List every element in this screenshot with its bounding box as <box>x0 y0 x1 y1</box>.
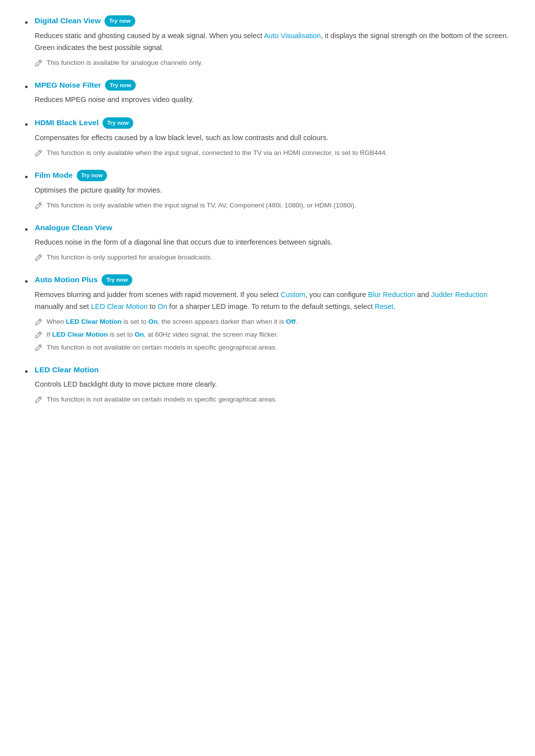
item-title-analogue-clean-view: Analogue Clean View <box>35 222 112 234</box>
item-title-digital-clean-view: Digital Clean View Try now <box>35 15 135 27</box>
pencil-icon <box>35 253 43 261</box>
link-reset[interactable]: Reset <box>374 302 393 310</box>
item-body-analogue-clean-view: Reduces noise in the form of a diagonal … <box>35 237 510 249</box>
pencil-icon <box>35 202 43 209</box>
list-item-led-clear-motion: LED Clear Motion Controls LED backlight … <box>25 364 510 405</box>
try-now-badge-hdmi-black-level[interactable]: Try now <box>103 117 133 128</box>
note-text: This function is only supported for anal… <box>47 252 213 263</box>
feature-list: Digital Clean View Try now Reduces stati… <box>25 15 510 405</box>
item-label-film-mode: Film Mode <box>35 169 73 182</box>
item-body-film-mode: Optimises the picture quality for movies… <box>35 185 510 197</box>
note-item-2: If LED Clear Motion is set to On, at 60H… <box>35 330 510 340</box>
note-list-film-mode: This function is only available when the… <box>35 201 510 211</box>
item-body-auto-motion-plus: Removes blurring and judder from scenes … <box>35 289 510 313</box>
item-label-mpeg-noise-filter: MPEG Noise Filter <box>35 79 101 92</box>
list-item-film-mode: Film Mode Try now Optimises the picture … <box>25 169 510 211</box>
note-item: This function is available for analogue … <box>35 58 510 68</box>
item-body-hdmi-black-level: Compensates for effects caused by a low … <box>35 132 510 144</box>
item-label-analogue-clean-view: Analogue Clean View <box>35 222 112 234</box>
note-text: When LED Clear Motion is set to On, the … <box>47 317 298 327</box>
link-blur-reduction[interactable]: Blur Reduction <box>368 291 415 299</box>
note-text: This function is only available when the… <box>47 148 387 158</box>
pencil-icon <box>35 331 43 339</box>
note-text: This function is not available on certai… <box>47 395 277 405</box>
note-text: This function is available for analogue … <box>47 58 203 68</box>
note-list-auto-motion-plus: When LED Clear Motion is set to On, the … <box>35 317 510 353</box>
list-item-digital-clean-view: Digital Clean View Try now Reduces stati… <box>25 15 510 68</box>
item-title-hdmi-black-level: HDMI Black Level Try now <box>35 117 133 129</box>
note-list-analogue-clean-view: This function is only supported for anal… <box>35 252 510 263</box>
link-custom[interactable]: Custom <box>280 291 305 299</box>
note-item: This function is only available when the… <box>35 201 510 211</box>
note-list-digital-clean-view: This function is available for analogue … <box>35 58 510 68</box>
note-list-hdmi-black-level: This function is only available when the… <box>35 148 510 158</box>
list-item-auto-motion-plus: Auto Motion Plus Try now Removes blurrin… <box>25 274 510 353</box>
note-item: This function is only available when the… <box>35 148 510 158</box>
pencil-icon <box>35 149 43 157</box>
note-item: This function is only supported for anal… <box>35 252 510 263</box>
note-item: This function is not available on certai… <box>35 395 510 405</box>
item-title-led-clear-motion: LED Clear Motion <box>35 364 99 376</box>
item-body-mpeg-noise-filter: Reduces MPEG noise and improves video qu… <box>35 94 510 106</box>
item-body-led-clear-motion: Controls LED backlight duty to move pict… <box>35 379 510 391</box>
list-item-hdmi-black-level: HDMI Black Level Try now Compensates for… <box>25 117 510 158</box>
item-label-digital-clean-view: Digital Clean View <box>35 15 101 27</box>
pencil-icon <box>35 344 43 352</box>
try-now-badge-digital-clean-view[interactable]: Try now <box>105 15 135 26</box>
list-item-mpeg-noise-filter: MPEG Noise Filter Try now Reduces MPEG n… <box>25 79 510 106</box>
note-text: This function is not available on certai… <box>47 343 277 353</box>
note-item-3: This function is not available on certai… <box>35 343 510 353</box>
item-title-auto-motion-plus: Auto Motion Plus Try now <box>35 274 132 286</box>
item-title-film-mode: Film Mode Try now <box>35 169 107 182</box>
pencil-icon <box>35 396 43 403</box>
pencil-icon <box>35 59 43 67</box>
list-item-analogue-clean-view: Analogue Clean View Reduces noise in the… <box>25 222 510 263</box>
note-item-1: When LED Clear Motion is set to On, the … <box>35 317 510 327</box>
try-now-badge-film-mode[interactable]: Try now <box>77 170 107 181</box>
try-now-badge-mpeg-noise-filter[interactable]: Try now <box>105 80 135 91</box>
item-title-mpeg-noise-filter: MPEG Noise Filter Try now <box>35 79 136 92</box>
item-label-led-clear-motion: LED Clear Motion <box>35 364 99 376</box>
note-list-led-clear-motion: This function is not available on certai… <box>35 395 510 405</box>
link-on-1[interactable]: On <box>158 302 167 310</box>
link-led-clear-motion-1[interactable]: LED Clear Motion <box>91 302 148 310</box>
item-label-hdmi-black-level: HDMI Black Level <box>35 117 99 129</box>
note-text: This function is only available when the… <box>47 201 356 211</box>
item-label-auto-motion-plus: Auto Motion Plus <box>35 274 98 286</box>
try-now-badge-auto-motion-plus[interactable]: Try now <box>102 274 132 285</box>
item-body-digital-clean-view: Reduces static and ghosting caused by a … <box>35 30 510 54</box>
note-text: If LED Clear Motion is set to On, at 60H… <box>47 330 278 340</box>
pencil-icon <box>35 318 43 326</box>
link-auto-visualisation[interactable]: Auto Visualisation <box>264 32 321 40</box>
link-judder-reduction[interactable]: Judder Reduction <box>431 291 487 299</box>
